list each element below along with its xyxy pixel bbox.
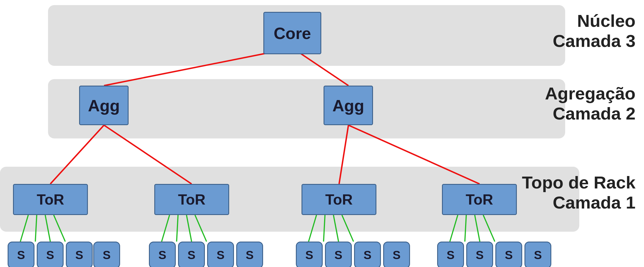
- agg-right-label: Agg: [332, 96, 364, 115]
- tor4-node: ToR: [442, 184, 517, 215]
- label-tor: Topo de RackCamada 1: [522, 172, 636, 213]
- tor2-label: ToR: [178, 191, 205, 208]
- server-3-4: S: [383, 242, 410, 267]
- server-2-3: S: [207, 242, 234, 267]
- diagram-container: NúcleoCamada 3 AgregaçãoCamada 2 Topo de…: [0, 0, 644, 267]
- server-1-2: S: [37, 242, 64, 267]
- server-4-2: S: [466, 242, 493, 267]
- tor4-label: ToR: [466, 191, 493, 208]
- server-1-4: S: [93, 242, 120, 267]
- core-label: Core: [274, 24, 311, 43]
- server-4-4: S: [524, 242, 551, 267]
- server-2-4: S: [236, 242, 263, 267]
- tor3-node: ToR: [302, 184, 376, 215]
- label-agg: AgregaçãoCamada 2: [545, 83, 636, 124]
- agg-left-node: Agg: [79, 86, 129, 125]
- server-1-1: S: [8, 242, 34, 267]
- server-2-2: S: [178, 242, 205, 267]
- server-4-3: S: [495, 242, 522, 267]
- core-node: Core: [263, 12, 321, 54]
- tor2-node: ToR: [154, 184, 229, 215]
- server-1-3: S: [66, 242, 93, 267]
- tor1-label: ToR: [37, 191, 64, 208]
- label-core: NúcleoCamada 3: [553, 11, 636, 51]
- tor3-label: ToR: [325, 191, 353, 208]
- agg-right-node: Agg: [324, 86, 373, 125]
- server-3-3: S: [354, 242, 381, 267]
- tor1-node: ToR: [13, 184, 88, 215]
- agg-left-label: Agg: [88, 96, 120, 115]
- server-4-1: S: [437, 242, 464, 267]
- server-2-1: S: [149, 242, 176, 267]
- server-3-2: S: [325, 242, 352, 267]
- server-3-1: S: [296, 242, 323, 267]
